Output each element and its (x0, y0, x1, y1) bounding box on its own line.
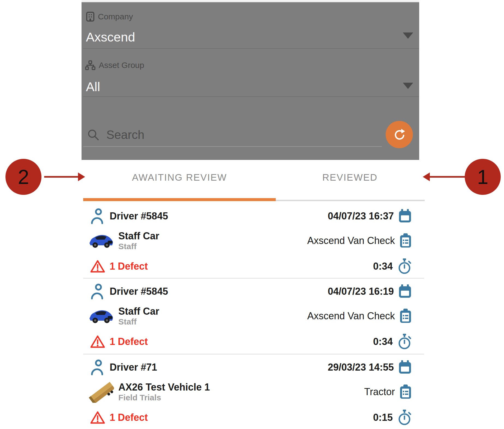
inspection-datetime: 04/07/23 16:37 (328, 210, 394, 222)
defect-count: 1 Defect (110, 336, 148, 347)
list-divider (83, 278, 424, 279)
inspection-duration: 0:34 (373, 261, 393, 272)
annotation-badge-1-number: 1 (477, 165, 488, 189)
check-name: Tractor (364, 386, 395, 398)
driver-icon (90, 359, 105, 375)
asset-group-sitemap-icon (85, 60, 95, 70)
check-name: Axscend Van Check (307, 310, 395, 322)
active-tab-indicator (83, 198, 276, 201)
stopwatch-icon (397, 410, 412, 425)
asset-group-label-row: Asset Group (85, 60, 144, 70)
driver-name: Driver #71 (110, 362, 157, 373)
check-name: Axscend Van Check (307, 235, 395, 246)
company-chevron-down-icon (403, 32, 413, 39)
vehicle-asset-group: Staff (118, 242, 159, 251)
defect-count: 1 Defect (110, 412, 148, 423)
asset-group-chevron-down-icon (403, 83, 413, 89)
inspection-duration: 0:15 (373, 412, 393, 423)
panel-divider (83, 96, 419, 97)
vehicle-image-car (88, 308, 114, 324)
inspection-duration: 0:34 (373, 336, 393, 347)
vehicle-asset-group: Field Trials (118, 393, 210, 403)
company-dropdown[interactable]: Company Axscend (82, 2, 419, 48)
search-input[interactable] (106, 128, 351, 142)
vehicle-name: Staff Car (118, 306, 159, 317)
stopwatch-icon (397, 258, 412, 274)
driver-icon (90, 208, 105, 224)
annotation-arrow-left-head (423, 172, 430, 181)
inspection-list-item[interactable]: Driver #5845 04/07/23 16:19 (83, 281, 424, 354)
driver-name: Driver #5845 (110, 286, 168, 297)
search-field (87, 128, 351, 142)
annotation-arrow-left-line (430, 176, 465, 178)
vehicle-image-car (88, 232, 114, 249)
filter-panel: Company Axscend Asset Group All (82, 2, 419, 160)
warning-icon (90, 335, 105, 348)
annotation-badge-1: 1 (465, 159, 501, 195)
checklist-icon (399, 385, 412, 399)
vehicle-name: Staff Car (118, 230, 159, 242)
inspection-list-item[interactable]: Driver #71 29/03/23 14:55 (83, 356, 424, 429)
annotation-badge-2: 2 (5, 159, 41, 195)
tab-reviewed[interactable]: REVIEWED (276, 164, 424, 202)
defect-count: 1 Defect (110, 261, 148, 272)
search-underline (83, 146, 382, 147)
search-icon (87, 128, 100, 141)
refresh-button[interactable] (386, 121, 413, 148)
driver-icon (90, 284, 105, 299)
tab-reviewed-label: REVIEWED (322, 172, 378, 183)
company-label-row: Company (86, 11, 133, 22)
vehicle-image-trailer (88, 381, 114, 403)
list-divider (83, 354, 424, 354)
annotation-badge-2-number: 2 (18, 165, 29, 189)
company-label: Company (98, 12, 133, 21)
company-value: Axscend (86, 29, 135, 44)
asset-group-label: Asset Group (99, 61, 144, 70)
warning-icon (90, 260, 105, 273)
annotation-arrow-right-head (78, 172, 85, 181)
asset-group-dropdown[interactable]: Asset Group All (82, 49, 419, 96)
warning-icon (90, 411, 105, 424)
vehicle-name: AX26 Test Vehicle 1 (118, 382, 210, 393)
calendar-icon (398, 209, 412, 223)
annotation-arrow-right-line (44, 176, 79, 178)
stopwatch-icon (397, 334, 412, 350)
tab-awaiting-review-label: AWAITING REVIEW (132, 172, 227, 183)
tab-awaiting-review[interactable]: AWAITING REVIEW (83, 164, 276, 202)
company-building-icon (86, 11, 95, 22)
inspection-datetime: 29/03/23 14:55 (328, 362, 394, 373)
tab-track (276, 200, 425, 201)
calendar-icon (398, 284, 412, 299)
asset-group-value: All (86, 79, 100, 94)
panel-top-edge (82, 1, 419, 1)
screen: Company Axscend Asset Group All (0, 0, 504, 429)
inspection-datetime: 04/07/23 16:19 (328, 286, 394, 297)
checklist-icon (399, 309, 412, 323)
calendar-icon (398, 360, 412, 374)
inspection-list-item[interactable]: Driver #5845 04/07/23 16:37 (83, 205, 424, 278)
checklist-icon (399, 233, 412, 248)
tab-bar: AWAITING REVIEW REVIEWED (83, 164, 424, 202)
refresh-icon (393, 128, 406, 141)
vehicle-asset-group: Staff (118, 317, 159, 327)
driver-name: Driver #5845 (110, 210, 168, 222)
